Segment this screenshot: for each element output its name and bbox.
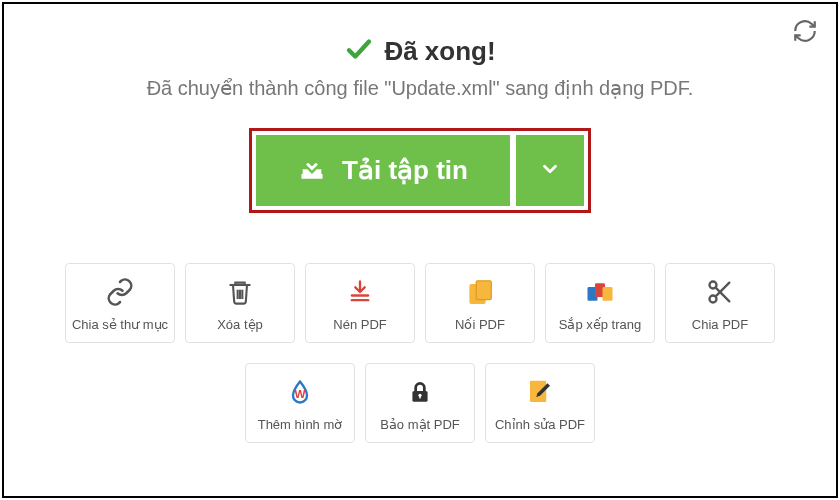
svg-rect-7: [476, 280, 491, 299]
svg-rect-10: [603, 287, 613, 301]
action-label: Bảo mật PDF: [380, 417, 460, 432]
split-pdf-button[interactable]: Chia PDF: [665, 263, 775, 343]
refresh-button[interactable]: [792, 18, 818, 48]
download-button[interactable]: Tải tập tin: [256, 135, 510, 206]
delete-file-button[interactable]: Xóa tệp: [185, 263, 295, 343]
link-icon: [105, 275, 135, 309]
watermark-icon: W: [286, 375, 314, 409]
refresh-icon: [792, 18, 818, 44]
chevron-down-icon: [539, 158, 561, 183]
action-label: Thêm hình mờ: [258, 417, 343, 432]
download-area: Tải tập tin: [44, 128, 796, 213]
svg-text:W: W: [294, 386, 305, 399]
download-icon: [298, 153, 326, 188]
download-dropdown-button[interactable]: [516, 135, 584, 206]
merge-icon: [465, 275, 495, 309]
download-highlight: Tải tập tin: [249, 128, 591, 213]
sort-icon: [584, 275, 616, 309]
app-frame: Đã xong! Đã chuyển thành công file "Upda…: [2, 2, 838, 498]
share-folder-button[interactable]: Chia sẻ thư mục: [65, 263, 175, 343]
action-label: Chia PDF: [692, 317, 748, 332]
sort-pages-button[interactable]: Sắp xếp trang: [545, 263, 655, 343]
action-label: Nối PDF: [455, 317, 505, 332]
compress-icon: [346, 275, 374, 309]
download-label: Tải tập tin: [342, 155, 468, 186]
protect-pdf-button[interactable]: Bảo mật PDF: [365, 363, 475, 443]
done-title: Đã xong!: [384, 36, 495, 67]
scissors-icon: [706, 275, 734, 309]
action-label: Sắp xếp trang: [559, 317, 642, 332]
subtitle: Đã chuyển thành công file "Update.xml" s…: [44, 76, 796, 100]
edit-pdf-button[interactable]: Chỉnh sửa PDF: [485, 363, 595, 443]
watermark-button[interactable]: W Thêm hình mờ: [245, 363, 355, 443]
action-label: Chia sẻ thư mục: [72, 317, 168, 332]
lock-icon: [407, 375, 433, 409]
action-label: Xóa tệp: [217, 317, 263, 332]
done-line: Đã xong!: [44, 34, 796, 68]
action-label: Chỉnh sửa PDF: [495, 417, 585, 432]
checkmark-icon: [344, 34, 374, 68]
header: Đã xong! Đã chuyển thành công file "Upda…: [44, 34, 796, 100]
compress-pdf-button[interactable]: Nén PDF: [305, 263, 415, 343]
trash-icon: [226, 275, 254, 309]
svg-rect-18: [419, 395, 421, 398]
action-label: Nén PDF: [333, 317, 386, 332]
actions-grid: Chia sẻ thư mục Xóa tệp: [60, 263, 780, 443]
merge-pdf-button[interactable]: Nối PDF: [425, 263, 535, 343]
edit-icon: [525, 375, 555, 409]
